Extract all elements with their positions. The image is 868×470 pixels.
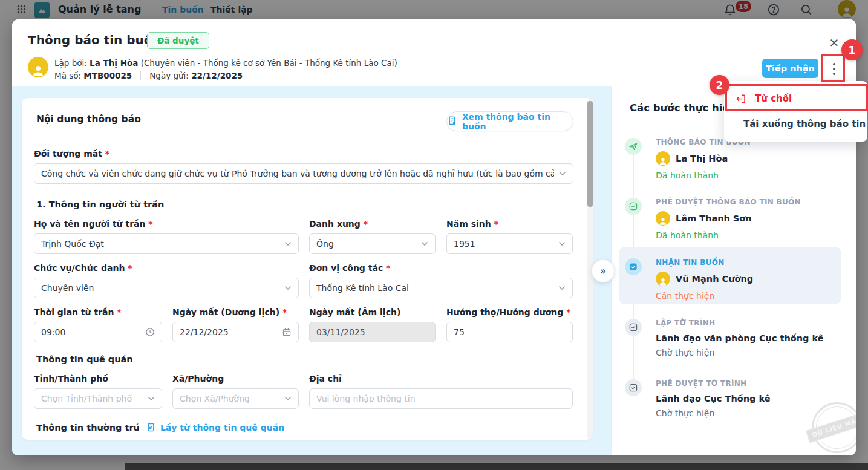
send-icon [625,138,642,155]
chevron-down-icon [284,286,292,290]
step-create-report: LẬP TỜ TRÌNH Lãnh đạo văn phòng Cục thốn… [625,319,824,357]
notice-content-card: Nội dung thông báo Xem thông báo tin buồ… [22,98,593,440]
step-avatar [656,151,670,166]
kebab-dropdown-menu: Từ chối Tải xuống thông báo tin buồn [724,81,867,142]
province-select[interactable]: Chọn Tỉnh/Thành phố [34,388,162,409]
status-badge: Đã duyệt [147,32,209,49]
field-death-date-lunar: Ngày mất (Âm lịch) 03/11/2025 [309,307,436,342]
modal-title: Thông báo tin buồn [28,33,161,47]
step-avatar [656,272,670,286]
step-status: Chờ thực hiện [656,348,824,357]
field-full-name: Họ và tên người từ trần * Trịnh Quốc Đạt [34,219,299,254]
step-approve-report: PHÊ DUYỆT TỜ TRÌNH Lãnh đạo Cục Thống kê… [625,379,771,418]
collapse-panel-button[interactable]: » [592,259,615,282]
kebab-menu-icon[interactable] [826,58,842,80]
step-avatar [656,211,670,226]
annotation-number-1: 1 [841,39,863,60]
copy-from-icon [146,422,156,432]
form-scrollbar-thumb[interactable] [587,101,593,207]
section-hometown-title: Thông tin quê quán [36,354,133,364]
creator-name: La Thị Hòa [90,58,138,68]
death-time-input[interactable]: 09:00 [34,322,162,342]
step-receive-notice: NHẬN TIN BUỒN Vũ Mạnh Cường Cần thực hiệ… [625,258,753,301]
field-age: Hưởng thọ/Hưởng dương * 75 [446,307,573,342]
position-select[interactable]: Chuyên viên [34,278,299,298]
copy-hometown-link[interactable]: Lấy từ thông tin quê quán [146,422,284,432]
close-icon[interactable]: ✕ [826,35,842,51]
step-notify: THÔNG BÁO TIN BUỒN La Thị Hòa Đã hoàn th… [625,138,751,180]
check-icon [625,258,642,275]
step-status: Đã hoàn thành [656,171,751,180]
field-salutation: Danh xưng * Ông [309,219,436,254]
address-input[interactable] [309,388,573,409]
section-deceased-title: 1. Thông tin người từ trần [36,200,164,209]
chevron-down-icon [421,241,428,246]
creator-avatar [28,57,48,77]
chevron-down-icon [558,286,566,290]
sent-date: 22/12/2025 [191,71,243,80]
salutation-select[interactable]: Ông [309,233,436,254]
field-address: Địa chỉ [309,374,573,409]
form-heading: Nội dung thông báo [36,114,141,125]
steps-heading: Các bước thực hiện [630,102,736,114]
field-province: Tỉnh/Thành phố Chọn Tỉnh/Thành phố [34,374,162,409]
work-unit-select[interactable]: Thống Kê tỉnh Lào Cai [309,278,573,298]
field-work-unit: Đơn vị công tác * Thống Kê tỉnh Lào Cai [309,263,573,298]
chevron-down-icon [559,171,566,176]
death-date-solar-input[interactable]: 22/12/2025 [172,322,299,342]
step-status: Đã hoàn thành [656,230,801,240]
field-death-date-solar: Ngày mất (Dương lịch) * 22/12/2025 [172,307,299,342]
menu-item-download[interactable]: Tải xuống thông báo tin buồn [724,111,867,137]
clock-icon [145,327,155,337]
accept-button[interactable]: Tiếp nhận [762,59,818,78]
divider [140,71,141,80]
creator-line: Lập bởi: La Thị Hòa (Chuyên viên - Thống… [54,58,397,68]
chevron-down-icon [148,396,155,401]
section-residence-title: Thông tin thường trú [36,423,140,432]
reject-icon [735,93,746,105]
check-icon [625,319,642,336]
calendar-icon [282,327,292,337]
field-birth-year: Năm sinh * 1951 [446,219,573,254]
record-code: MTB00025 [83,71,132,80]
field-ward: Xã/Phường Chọn Xã/Phường [172,374,299,409]
document-view-icon [447,116,457,128]
age-input[interactable]: 75 [446,322,573,342]
birth-year-select[interactable]: 1951 [446,233,573,254]
step-approve-notice: PHÊ DUYỆT THÔNG BÁO TIN BUỒN Lâm Thanh S… [625,198,801,240]
ward-select[interactable]: Chọn Xã/Phường [172,388,299,409]
step-status: Cần thực hiện [656,291,753,301]
chevron-down-icon [558,241,566,246]
chevron-down-icon [284,396,292,401]
check-icon [625,379,642,396]
check-icon [625,198,642,215]
step-status: Chờ thực hiện [656,408,771,418]
full-name-select[interactable]: Trịnh Quốc Đạt [34,233,299,254]
field-position: Chức vụ/Chức danh * Chuyên viên [34,263,299,298]
steps-panel: Các bước thực hiện THÔNG BÁO TIN BUỒN La… [611,86,856,455]
death-date-lunar-input: 03/11/2025 [309,322,436,342]
menu-item-reject[interactable]: Từ chối [724,86,867,111]
field-subject: Đối tượng mất * Công chức và viên chức đ… [34,149,573,184]
meta-line: Mã số: MTB00025 Ngày gửi: 22/12/2025 [54,71,243,80]
annotation-number-2: 2 [710,75,729,95]
chevron-down-icon [284,241,292,246]
subject-select[interactable]: Công chức và viên chức đang giữ chức vụ … [34,163,573,184]
view-notice-button[interactable]: Xem thông báo tin buồn [446,111,573,131]
modal-header: Thông báo tin buồn Đã duyệt ✕ Lập bởi: L… [12,19,856,86]
field-death-time: Thời gian từ trần * 09:00 [34,307,162,342]
